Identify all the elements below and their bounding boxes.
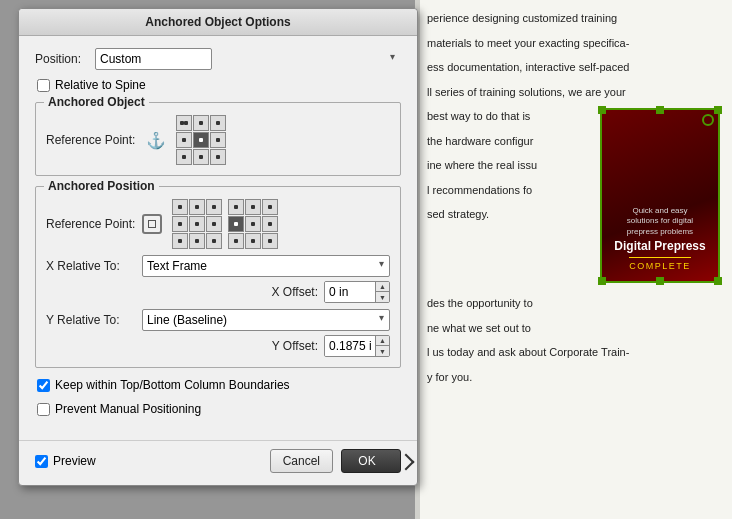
anchored-object-ref-row: Reference Point: ⚓ [46, 115, 390, 165]
anchored-object-ref-label: Reference Point: [46, 133, 136, 147]
pos-ref-grid-1 [172, 199, 222, 249]
pos-ref2-tr[interactable] [262, 199, 278, 215]
x-offset-input[interactable] [325, 282, 375, 302]
doc-text-13: y for you. [427, 369, 720, 386]
anchored-position-ref-row: Reference Point: [46, 199, 390, 249]
cancel-button[interactable]: Cancel [270, 449, 333, 473]
ref-cell-mm[interactable] [193, 132, 209, 148]
position-select[interactable]: Custom Inline or Above Line Above Line [95, 48, 212, 70]
double-ref-grid [172, 199, 278, 249]
x-relative-select[interactable]: Text Frame Text Column Page Margin Page … [142, 255, 390, 277]
dialog-title: Anchored Object Options [145, 15, 290, 29]
keep-within-row: Keep within Top/Bottom Column Boundaries [35, 378, 401, 392]
x-spinner-down[interactable]: ▼ [376, 292, 389, 302]
anchored-object-ref-grids [176, 115, 226, 165]
doc-text-4: ll series of training solutions, we are … [427, 84, 720, 101]
y-relative-select[interactable]: Line (Baseline) Line (Cap Height) Line (… [142, 309, 390, 331]
pos-ref-tm[interactable] [189, 199, 205, 215]
y-spinner-down[interactable]: ▼ [376, 346, 389, 356]
y-spinner-buttons: ▲ ▼ [375, 336, 389, 356]
anchored-object-options-dialog: Anchored Object Options Position: Custom… [18, 8, 418, 486]
pos-ref2-bm[interactable] [245, 233, 261, 249]
anchored-position-title: Anchored Position [44, 179, 159, 193]
ref-cell-tr[interactable] [210, 115, 226, 131]
x-offset-input-group: ▲ ▼ [324, 281, 390, 303]
anchored-object-section: Anchored Object Reference Point: ⚓ [35, 102, 401, 176]
y-relative-label: Y Relative To: [46, 313, 136, 327]
anchored-object-title: Anchored Object [44, 95, 149, 109]
x-relative-select-wrapper: Text Frame Text Column Page Margin Page … [142, 255, 390, 277]
pos-ref-bl[interactable] [172, 233, 188, 249]
pos-ref2-mr[interactable] [262, 216, 278, 232]
y-spinner-up[interactable]: ▲ [376, 336, 389, 346]
preview-checkbox[interactable] [35, 455, 48, 468]
pos-ref-mr[interactable] [206, 216, 222, 232]
pos-ref2-tl[interactable] [228, 199, 244, 215]
ref-cell-br[interactable] [210, 149, 226, 165]
x-relative-to-row: X Relative To: Text Frame Text Column Pa… [46, 255, 390, 277]
ref-cell-ml[interactable] [176, 132, 192, 148]
prevent-manual-checkbox[interactable] [37, 403, 50, 416]
pos-ref-tl[interactable] [172, 199, 188, 215]
ref-grid-1 [176, 115, 226, 165]
relative-to-spine-row: Relative to Spine [35, 78, 401, 92]
y-offset-input-group: ▲ ▼ [324, 335, 390, 357]
doc-text-11: ne what we set out to [427, 320, 720, 337]
x-offset-label: X Offset: [272, 285, 318, 299]
pos-ref-br[interactable] [206, 233, 222, 249]
doc-text-6: the hardware configur [427, 133, 584, 150]
x-offset-row: X Offset: ▲ ▼ [46, 281, 390, 303]
pos-ref-mm[interactable] [189, 216, 205, 232]
preview-row: Preview [35, 454, 96, 468]
doc-text-3: ess documentation, interactive self-pace… [427, 59, 720, 76]
doc-text-10: des the opportunity to [427, 295, 720, 312]
position-row: Position: Custom Inline or Above Line Ab… [35, 48, 401, 70]
ref-cell-tm[interactable] [193, 115, 209, 131]
position-target-icon [142, 214, 162, 234]
ref-cell-bm[interactable] [193, 149, 209, 165]
doc-text-1: perience designing customized training [427, 10, 720, 27]
doc-text-7: ine where the real issu [427, 157, 584, 174]
pos-ref-tr[interactable] [206, 199, 222, 215]
prevent-manual-row: Prevent Manual Positioning [35, 402, 401, 416]
x-relative-label: X Relative To: [46, 259, 136, 273]
ref-cell-bl[interactable] [176, 149, 192, 165]
y-offset-input[interactable] [325, 336, 375, 356]
x-spinner-up[interactable]: ▲ [376, 282, 389, 292]
y-relative-select-wrapper: Line (Baseline) Line (Cap Height) Line (… [142, 309, 390, 331]
doc-text-2: materials to meet your exacting specific… [427, 35, 720, 52]
prevent-manual-label: Prevent Manual Positioning [55, 402, 201, 416]
position-select-wrapper: Custom Inline or Above Line Above Line [95, 48, 401, 70]
doc-text-9: sed strategy. [427, 206, 584, 223]
pos-ref-grid-2 [228, 199, 278, 249]
preview-label: Preview [53, 454, 96, 468]
pos-ref2-bl[interactable] [228, 233, 244, 249]
relative-to-spine-checkbox[interactable] [37, 79, 50, 92]
dialog-body: Position: Custom Inline or Above Line Ab… [19, 36, 417, 436]
y-offset-label: Y Offset: [272, 339, 318, 353]
pos-ref2-mm[interactable] [245, 216, 261, 232]
doc-text-8: l recommendations fo [427, 182, 584, 199]
ok-button[interactable]: OK [341, 449, 401, 473]
anchor-icon: ⚓ [146, 126, 166, 154]
btn-group: Cancel OK [270, 449, 401, 473]
ref-cell-tl[interactable] [176, 115, 192, 131]
pos-ref2-br[interactable] [262, 233, 278, 249]
x-spinner-buttons: ▲ ▼ [375, 282, 389, 302]
book-title: Digital Prepress [610, 239, 709, 253]
anchored-position-section: Anchored Position Reference Point: [35, 186, 401, 368]
pos-ref-ml[interactable] [172, 216, 188, 232]
pos-ref2-ml[interactable] [228, 216, 244, 232]
pos-ref2-tm[interactable] [245, 199, 261, 215]
dialog-footer: Preview Cancel OK [19, 440, 417, 485]
document-content: perience designing customized training m… [415, 0, 732, 519]
pos-ref-bm[interactable] [189, 233, 205, 249]
keep-within-label: Keep within Top/Bottom Column Boundaries [55, 378, 290, 392]
book-subtitle: COMPLETE [629, 257, 691, 274]
book-image: Quick and easysolutions for digitalprepr… [600, 108, 720, 283]
keep-within-checkbox[interactable] [37, 379, 50, 392]
ref-cell-mr[interactable] [210, 132, 226, 148]
dialog-titlebar: Anchored Object Options [19, 9, 417, 36]
y-offset-row: Y Offset: ▲ ▼ [46, 335, 390, 357]
anchored-position-ref-label: Reference Point: [46, 217, 136, 231]
